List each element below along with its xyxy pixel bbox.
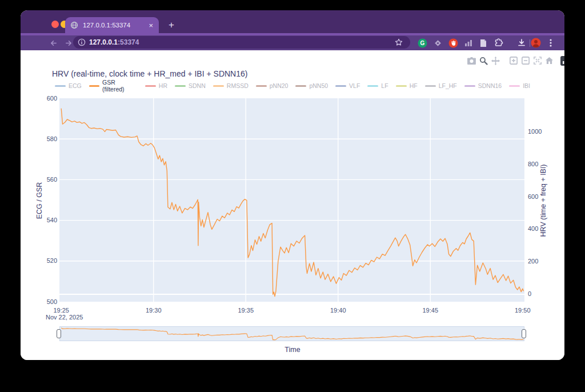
- y-left-tick-label: 500: [38, 298, 57, 305]
- url-text: 127.0.0.1:53374: [89, 38, 139, 46]
- page-content: HRV (real-time, clock time + HR_med + IB…: [21, 50, 564, 360]
- back-button[interactable]: [47, 37, 59, 49]
- tab-strip: 127.0.0.1:53374 × +: [21, 10, 564, 33]
- legend-swatch: [425, 85, 436, 87]
- legend-swatch: [89, 85, 99, 87]
- bookmark-star-icon[interactable]: [395, 38, 403, 46]
- x-tick-label: 19:50: [511, 307, 534, 314]
- reset-axes-button[interactable]: [543, 56, 555, 65]
- legend-item-pnn20[interactable]: pNN20: [256, 82, 289, 89]
- plotly-logo[interactable]: [560, 56, 564, 65]
- extension-notes-icon[interactable]: [477, 37, 490, 49]
- legend-item-vlf[interactable]: VLF: [335, 82, 360, 89]
- legend-label: pNN20: [270, 82, 289, 89]
- legend-item-sdnn[interactable]: SDNN: [175, 82, 206, 89]
- x-tick-label: 19:30: [142, 307, 165, 314]
- range-slider-handle-right[interactable]: [522, 329, 526, 338]
- range-slider-trace: [59, 326, 524, 341]
- legend-label: ECG: [69, 82, 82, 89]
- url-bar[interactable]: 127.0.0.1:53374: [73, 36, 410, 49]
- legend-item-gsr-filtered-[interactable]: GSR (filtered): [89, 79, 138, 93]
- browser-tab[interactable]: 127.0.0.1:53374 ×: [65, 17, 159, 33]
- zoom-in-button[interactable]: [507, 56, 519, 65]
- downloads-button[interactable]: [515, 37, 528, 49]
- legend-label: LF: [381, 82, 388, 89]
- y-right-tick-label: 800: [528, 161, 538, 167]
- legend-item-rmssd[interactable]: RMSSD: [213, 82, 249, 89]
- y-left-tick-label: 580: [38, 135, 57, 142]
- menu-kebab-icon[interactable]: [544, 37, 557, 49]
- plot-canvas[interactable]: [59, 98, 524, 302]
- forward-arrow-icon: [66, 41, 70, 45]
- range-slider-handle-left[interactable]: [57, 329, 61, 338]
- chart-title: HRV (real-time, clock time + HR_med + IB…: [52, 69, 247, 78]
- legend-swatch: [256, 85, 267, 87]
- tab-title: 127.0.0.1:53374: [83, 22, 130, 29]
- extension-grammarly-icon[interactable]: G: [416, 37, 428, 49]
- legend-label: SDNN: [189, 82, 206, 89]
- y-axis-title-left: ECG / GSR: [35, 155, 43, 246]
- window-close-button[interactable]: [51, 21, 59, 28]
- y-left-tick-label: 520: [38, 257, 57, 264]
- extension-adblock-icon[interactable]: [447, 37, 459, 49]
- legend-item-ecg[interactable]: ECG: [55, 82, 82, 89]
- legend-swatch: [145, 85, 156, 87]
- x-tick-label: 19:35: [234, 307, 257, 314]
- legend-label: HF: [410, 82, 418, 89]
- x-axis-date-label: Nov 22, 2025: [46, 314, 83, 321]
- legend-item-ibi[interactable]: IBI: [509, 82, 530, 89]
- legend-item-sdnn16[interactable]: SDNN16: [464, 82, 502, 89]
- site-info-icon[interactable]: [78, 38, 86, 46]
- legend-item-lf-hf[interactable]: LF_HF: [425, 82, 457, 89]
- y-right-tick-label: 1000: [528, 128, 542, 135]
- x-axis-title: Time: [21, 346, 564, 354]
- legend-item-pnn50[interactable]: pNN50: [295, 82, 328, 89]
- legend-swatch: [464, 85, 475, 87]
- legend-swatch: [213, 85, 224, 87]
- legend-item-hr[interactable]: HR: [145, 82, 167, 89]
- extension-stats-icon[interactable]: [462, 37, 475, 49]
- x-tick-label: 19:40: [327, 307, 350, 314]
- series-gsr-filtered: [61, 109, 523, 297]
- back-arrow-icon: [51, 41, 55, 45]
- y-right-tick-label: 600: [528, 193, 538, 200]
- legend-item-hf[interactable]: HF: [396, 82, 418, 89]
- legend-item-lf[interactable]: LF: [367, 82, 388, 89]
- legend-label: LF_HF: [439, 82, 457, 89]
- range-slider-series: [61, 328, 523, 340]
- url-port: :53374: [118, 38, 139, 46]
- autoscale-button[interactable]: [531, 56, 543, 65]
- svg-text:G: G: [420, 40, 424, 46]
- tab-close-icon[interactable]: ×: [149, 22, 153, 29]
- legend-label: pNN50: [309, 82, 328, 89]
- legend-label: SDNN16: [478, 82, 502, 89]
- chart-legend: ECGGSR (filtered)HRSDNNRMSSDpNN20pNN50VL…: [55, 79, 530, 93]
- legend-swatch: [509, 85, 520, 87]
- x-tick-label: 19:45: [419, 307, 442, 314]
- legend-label: HR: [159, 82, 167, 89]
- extension-diamond-icon[interactable]: [431, 37, 444, 49]
- legend-label: VLF: [349, 82, 360, 89]
- y-right-tick-label: 200: [528, 258, 538, 265]
- y-right-tick-label: 400: [528, 225, 538, 232]
- legend-label: IBI: [523, 82, 530, 89]
- legend-swatch: [335, 85, 346, 87]
- legend-swatch: [295, 85, 306, 87]
- browser-toolbar: 127.0.0.1:53374 G: [21, 35, 564, 50]
- y-right-tick-label: 0: [528, 290, 531, 297]
- zoom-out-button[interactable]: [519, 56, 531, 65]
- globe-favicon: [70, 21, 78, 29]
- legend-swatch: [55, 85, 66, 87]
- plotly-modebar: [466, 56, 564, 65]
- y-left-tick-label: 600: [38, 95, 57, 102]
- zoom-tool-button[interactable]: [478, 56, 490, 65]
- legend-swatch: [367, 85, 378, 87]
- profile-avatar[interactable]: [530, 37, 542, 49]
- browser-window: 127.0.0.1:53374 × + 127: [21, 10, 564, 360]
- pan-tool-button[interactable]: [490, 56, 502, 65]
- new-tab-button[interactable]: +: [165, 18, 178, 32]
- download-plot-button[interactable]: [466, 56, 478, 65]
- legend-label: RMSSD: [227, 82, 249, 89]
- extensions-puzzle-icon[interactable]: [492, 37, 505, 49]
- legend-swatch: [396, 85, 407, 87]
